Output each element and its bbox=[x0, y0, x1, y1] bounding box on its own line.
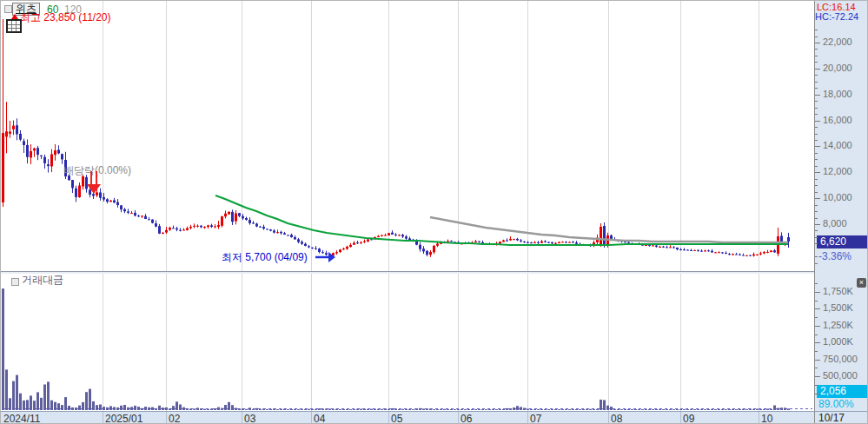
volume-bar bbox=[596, 409, 599, 410]
volume-bar bbox=[217, 407, 220, 410]
month-gridlines bbox=[103, 1, 759, 411]
candle-body bbox=[367, 240, 369, 242]
volume-bar bbox=[248, 407, 251, 410]
volume-bar bbox=[315, 409, 317, 410]
volume-tick bbox=[815, 342, 820, 343]
volume-bar bbox=[106, 407, 109, 410]
volume-tick-label: 1,500K bbox=[823, 302, 853, 313]
x-axis-separator bbox=[759, 412, 759, 424]
volume-bar bbox=[61, 405, 63, 410]
candle-body bbox=[558, 242, 560, 243]
candle-body bbox=[360, 242, 362, 243]
volume-bar bbox=[262, 408, 265, 410]
volume-bar bbox=[495, 409, 498, 410]
volume-bar bbox=[617, 409, 620, 410]
volume-bar bbox=[297, 409, 300, 410]
price-minor-tick bbox=[815, 140, 818, 141]
candle-body bbox=[666, 247, 668, 248]
volume-bar bbox=[492, 409, 494, 410]
volume-bar bbox=[659, 409, 661, 410]
volume-bar bbox=[33, 401, 36, 410]
panel-divider[interactable] bbox=[1, 271, 868, 274]
candle-body bbox=[186, 229, 189, 230]
price-tick bbox=[815, 69, 820, 70]
candle-body bbox=[203, 227, 206, 228]
volume-bar bbox=[151, 407, 154, 410]
candle-body bbox=[346, 247, 348, 249]
volume-bar bbox=[589, 409, 592, 410]
candle-body bbox=[568, 242, 571, 243]
candle-body bbox=[436, 244, 439, 246]
candle-body bbox=[151, 220, 154, 223]
volume-bar bbox=[214, 408, 216, 410]
price-minor-tick bbox=[815, 166, 818, 167]
candle-body bbox=[266, 229, 268, 229]
volume-bar bbox=[68, 406, 70, 410]
candle-body bbox=[57, 149, 60, 153]
volume-minor-tick bbox=[815, 283, 818, 284]
candle-body bbox=[565, 242, 567, 243]
current-price-badge: 6,620 bbox=[817, 235, 867, 248]
x-axis-separator bbox=[388, 412, 389, 424]
volume-bar bbox=[662, 409, 665, 410]
candle-body bbox=[245, 218, 248, 220]
candle-body bbox=[645, 245, 647, 246]
candle-body bbox=[603, 226, 606, 246]
candle-body bbox=[662, 247, 665, 248]
volume-bar bbox=[777, 408, 779, 410]
candle-body bbox=[61, 154, 63, 159]
price-minor-tick bbox=[815, 88, 818, 89]
candle-body bbox=[137, 215, 140, 216]
candle-body bbox=[547, 242, 550, 243]
price-minor-tick bbox=[815, 179, 818, 180]
x-axis-separator bbox=[458, 412, 459, 424]
volume-bars bbox=[2, 288, 790, 410]
candle-body bbox=[763, 252, 765, 253]
price-minor-tick bbox=[815, 49, 818, 50]
candle-body bbox=[381, 235, 383, 236]
close-icon[interactable]: × bbox=[857, 278, 866, 288]
volume-bar bbox=[283, 409, 286, 411]
volume-bar bbox=[415, 408, 418, 410]
volume-bar bbox=[294, 409, 296, 410]
x-axis-month-label: 09 bbox=[683, 413, 694, 424]
candle-body bbox=[165, 230, 168, 233]
candle-body bbox=[683, 249, 686, 250]
candle-body bbox=[255, 223, 258, 226]
volume-bar bbox=[537, 409, 540, 410]
volume-bar bbox=[565, 409, 567, 410]
volume-bar bbox=[679, 409, 682, 410]
volume-bar bbox=[374, 409, 376, 410]
candle-body bbox=[711, 251, 713, 253]
volume-bar bbox=[388, 409, 390, 410]
volume-tick-label: 750,000 bbox=[823, 354, 858, 364]
price-minor-tick bbox=[815, 36, 818, 37]
candle-body bbox=[735, 255, 738, 255]
candle-body bbox=[228, 212, 230, 215]
candle-body bbox=[283, 233, 286, 235]
volume-minor-tick bbox=[815, 335, 818, 335]
candle-body bbox=[537, 242, 540, 243]
volume-bar bbox=[652, 409, 654, 410]
candle-body bbox=[12, 126, 15, 129]
grid-tool-icon[interactable] bbox=[6, 19, 22, 33]
volume-bar bbox=[89, 389, 91, 410]
volume-bar bbox=[113, 407, 116, 410]
candle-body bbox=[478, 242, 480, 242]
volume-tick bbox=[815, 292, 820, 293]
stock-chart-window: 위츠 60 120 최고 23,850 (11/20) 배당락(0.00%) 최… bbox=[0, 0, 868, 424]
candle-body bbox=[749, 255, 752, 256]
volume-bar bbox=[533, 409, 536, 410]
candle-body bbox=[276, 232, 279, 233]
candle-body bbox=[141, 215, 143, 216]
volume-bar bbox=[488, 409, 491, 410]
candle-body bbox=[732, 254, 734, 255]
volume-bar bbox=[130, 407, 133, 410]
symbol-checkbox[interactable] bbox=[4, 5, 12, 13]
candle-body bbox=[349, 245, 352, 247]
candle-body bbox=[704, 250, 706, 251]
candle-body bbox=[600, 227, 602, 245]
volume-checkbox[interactable] bbox=[11, 278, 19, 286]
volume-bar bbox=[75, 407, 77, 410]
price-tick-label: 8,000 bbox=[823, 218, 847, 229]
